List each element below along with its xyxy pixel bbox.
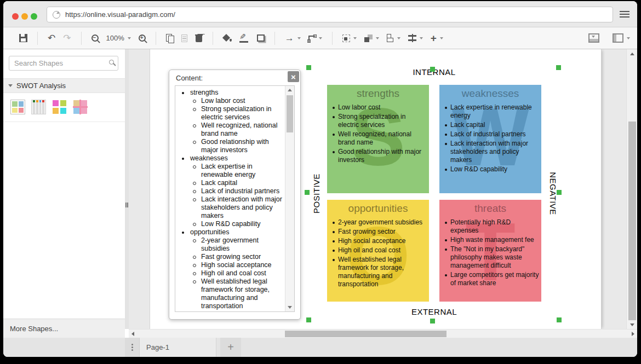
selection-handle-top-center[interactable] (430, 67, 435, 72)
shape-section-header[interactable]: SWOT Analysis (3, 78, 125, 93)
add-page-button[interactable]: + (220, 338, 241, 357)
scroll-down-icon[interactable] (288, 306, 292, 309)
fill-color-button[interactable] (219, 30, 236, 47)
format-panel-toggle[interactable] (585, 30, 603, 47)
close-window-button[interactable] (12, 13, 19, 20)
list-item: strengths (175, 89, 285, 97)
page-menu-button[interactable] (125, 338, 140, 357)
collapse-triangle-icon (8, 84, 13, 87)
layout-panel-icon (613, 33, 623, 43)
scroll-up-icon[interactable] (288, 89, 292, 91)
save-icon (19, 34, 27, 42)
list-item: Lack of industrial partners (175, 187, 285, 195)
undo-button[interactable]: ↶ (44, 30, 59, 47)
horizontal-scrollbar[interactable] (129, 329, 637, 338)
arrow-style-dropdown[interactable]: → (281, 30, 305, 47)
layers-icon (364, 34, 373, 42)
zoom-in-icon: + (139, 34, 146, 42)
shape-swot-cross-grid[interactable] (73, 100, 88, 114)
scrollbar-thumb[interactable] (287, 95, 293, 132)
zoom-out-button[interactable]: − (88, 30, 102, 47)
shadow-button[interactable] (253, 30, 268, 47)
selection-handle-bottom-center[interactable] (430, 319, 435, 323)
selection-handle-mid-right[interactable] (557, 190, 562, 195)
search-input[interactable] (9, 56, 118, 71)
browser-menu-icon[interactable] (620, 11, 629, 19)
shapes-sidebar: SWOT Analysis More Shapes... (3, 49, 125, 338)
content-list[interactable]: strengths Low labor cost Strong speciali… (175, 85, 295, 312)
properties-button[interactable] (178, 30, 191, 47)
section-title: SWOT Analysis (16, 82, 66, 90)
quadrant-weaknesses[interactable]: W weaknesses Lack expertise in renewable… (439, 85, 541, 193)
save-button[interactable] (15, 30, 31, 47)
shape-swot-color-blocks[interactable] (52, 100, 67, 114)
trash-icon (195, 34, 203, 43)
shape-swot-matrix[interactable] (10, 100, 25, 114)
diagram-canvas[interactable]: INTERNAL EXTERNAL POSITIVE NEGATIVE S st… (129, 49, 626, 329)
zoom-level-dropdown[interactable]: 100% (102, 30, 135, 47)
list-item: High social acceptance (175, 261, 285, 269)
reload-icon[interactable] (53, 11, 60, 19)
connector-style-dropdown[interactable] (305, 30, 326, 47)
list-item: Lack capital (175, 179, 285, 187)
vertical-scrollbar[interactable] (626, 49, 637, 329)
copy-button[interactable] (162, 30, 178, 47)
zoom-out-icon: − (91, 34, 99, 42)
list-item: High oil and coal cost (175, 269, 285, 278)
quadrant-threats[interactable]: T threats Potentially high R&D expenses … (439, 200, 541, 302)
maximize-window-button[interactable] (31, 13, 37, 20)
shadow-icon (257, 34, 265, 42)
scrollbar-thumb[interactable] (285, 331, 447, 337)
selection-icon (342, 34, 350, 42)
list-item: The "Not in my backyard" philosophy make… (443, 245, 539, 270)
layout-panel-toggle[interactable] (603, 30, 634, 47)
align-dropdown[interactable] (383, 30, 404, 47)
list-item: Well established legal framework for sto… (175, 278, 285, 310)
distribute-dropdown[interactable] (404, 30, 427, 47)
selection-handle-bottom-right[interactable] (557, 317, 562, 322)
toolbar-separator (332, 32, 333, 45)
shape-thumbnails (3, 93, 125, 122)
browser-window: https://online.visual-paradigm.com/ ↶ ↷ … (3, 1, 637, 357)
list-item: Well recognized, national brand name (331, 130, 427, 147)
selection-handle-top-left[interactable] (306, 65, 311, 70)
selection-handle-top-right[interactable] (556, 65, 561, 70)
delete-button[interactable] (191, 30, 207, 47)
scrollbar-thumb[interactable] (628, 122, 636, 320)
quadrant-title: opportunities (327, 203, 429, 215)
quadrant-strengths[interactable]: S strengths Low labor cost Strong specia… (327, 85, 429, 193)
quadrant-opportunities[interactable]: O opportunities 2-year government subsid… (327, 200, 429, 302)
selection-handle-bottom-left[interactable] (306, 317, 311, 322)
address-bar[interactable]: https://online.visual-paradigm.com/ (47, 7, 613, 22)
more-shapes-button[interactable]: More Shapes... (3, 319, 125, 338)
panel-resize-gutter[interactable] (125, 49, 129, 329)
chevron-down-icon (376, 37, 379, 39)
close-icon[interactable]: × (288, 71, 299, 82)
scroll-up-icon[interactable] (630, 53, 634, 55)
url-text[interactable]: https://online.visual-paradigm.com/ (65, 10, 175, 19)
minimize-window-button[interactable] (21, 13, 28, 20)
line-color-button[interactable]: ✎ (236, 30, 253, 47)
zoom-in-button[interactable]: + (135, 30, 150, 47)
toolbar-separator (274, 32, 275, 45)
browser-chrome: https://online.visual-paradigm.com/ (3, 1, 637, 27)
scroll-down-icon[interactable] (630, 323, 634, 326)
tab-page-1[interactable]: Page-1 (140, 338, 216, 357)
bring-forward-dropdown[interactable] (360, 30, 383, 47)
quadrant-title: strengths (327, 88, 429, 100)
list-item: Strong specialization in electric servic… (175, 105, 285, 122)
redo-button[interactable]: ↷ (59, 30, 75, 47)
content-popup[interactable]: Content: × strengths Low labor cost Stro… (169, 70, 301, 320)
list-item: 2-year government subsidies (331, 218, 427, 227)
external-label: EXTERNAL (327, 307, 541, 316)
list-item: Well established legal framework for sto… (331, 256, 427, 288)
scroll-right-icon[interactable] (632, 332, 634, 336)
scroll-left-icon[interactable] (131, 332, 134, 336)
connector-icon (308, 36, 316, 42)
selection-handle-mid-left[interactable] (305, 190, 310, 195)
insert-dropdown[interactable]: + (427, 30, 447, 47)
popup-scrollbar[interactable] (285, 86, 294, 311)
selection-dropdown[interactable] (339, 30, 360, 47)
chevron-down-icon (353, 37, 357, 39)
shape-swot-columns[interactable] (31, 100, 46, 114)
